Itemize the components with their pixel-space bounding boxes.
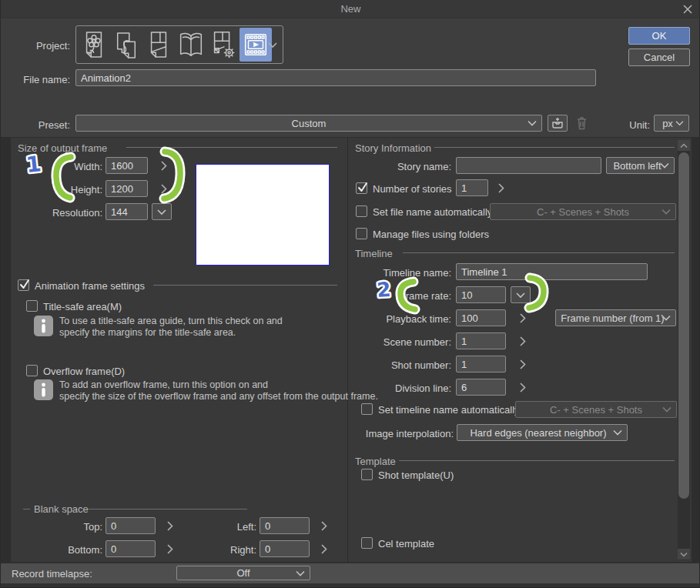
- height-stepper[interactable]: [155, 180, 172, 197]
- project-type-comic[interactable]: [110, 28, 142, 62]
- frame-rate-label: Frame rate:: [355, 290, 451, 302]
- set-timeline-name-automatically-checkbox[interactable]: [361, 403, 373, 415]
- chevron-down-icon: [296, 570, 305, 576]
- chevron-right-icon: [160, 161, 167, 171]
- blank-left-stepper[interactable]: [315, 517, 332, 534]
- shot-template-checkbox[interactable]: [361, 469, 373, 480]
- set-file-name-automatically-checkbox[interactable]: [356, 205, 367, 217]
- chevron-right-icon: [166, 544, 173, 554]
- title-bar: New: [1, 0, 700, 18]
- unit-select[interactable]: px: [654, 115, 689, 132]
- chevron-right-icon: [166, 521, 173, 531]
- illustration-icon: [82, 30, 106, 59]
- blank-top-input[interactable]: [106, 517, 156, 534]
- chevron-down-icon: [662, 406, 672, 413]
- shot-template-label: Shot template(U): [378, 469, 454, 481]
- timeline-name-pattern-select[interactable]: C- + Scenes + Shots: [515, 401, 677, 418]
- height-input[interactable]: [106, 180, 148, 197]
- project-type-illustration[interactable]: [78, 28, 110, 62]
- blank-right-input[interactable]: [260, 540, 310, 557]
- scene-number-stepper[interactable]: [514, 332, 531, 349]
- record-timelapse-label: Record timelapse:: [12, 568, 92, 580]
- scene-number-label: Scene number:: [355, 336, 451, 348]
- chevron-down-icon: [660, 162, 669, 169]
- story-information-title: Story Information: [355, 142, 431, 154]
- project-type-expand-chevron-icon[interactable]: [268, 42, 277, 48]
- close-icon[interactable]: [682, 4, 693, 15]
- preset-select[interactable]: Custom: [75, 115, 542, 132]
- number-of-stories-stepper[interactable]: [492, 179, 509, 196]
- right-panel: [348, 137, 692, 563]
- overflow-frame-checkbox[interactable]: [26, 365, 38, 376]
- story-name-position-select[interactable]: Bottom left: [606, 157, 675, 174]
- height-label: Height:: [47, 184, 102, 195]
- record-timelapse-select[interactable]: Off: [176, 566, 310, 580]
- project-type-animation[interactable]: [239, 28, 272, 62]
- blank-right-stepper[interactable]: [315, 540, 332, 557]
- save-preset-button[interactable]: [548, 115, 568, 132]
- story-name-input[interactable]: [456, 157, 601, 174]
- chevron-right-icon: [320, 544, 327, 554]
- chevron-right-icon: [497, 183, 504, 193]
- ok-button[interactable]: OK: [628, 27, 690, 45]
- division-line-stepper[interactable]: [514, 379, 531, 396]
- playback-time-input[interactable]: [456, 309, 506, 326]
- width-input[interactable]: [106, 157, 148, 174]
- project-type-page-with-settings[interactable]: [207, 28, 239, 62]
- delete-preset-button[interactable]: [572, 115, 591, 132]
- story-name-position-value: Bottom left: [613, 160, 661, 172]
- file-name-pattern-select[interactable]: C- + Scenes + Shots: [490, 203, 676, 220]
- division-line-input[interactable]: [456, 379, 506, 396]
- left-gutter: [1, 137, 11, 563]
- width-stepper[interactable]: [155, 157, 172, 174]
- scrollbar-down-button[interactable]: [678, 549, 690, 560]
- file-name-input[interactable]: [75, 69, 596, 86]
- canvas-preview: [196, 164, 330, 266]
- cel-template-checkbox[interactable]: [361, 537, 373, 549]
- cancel-button[interactable]: Cancel: [628, 48, 690, 66]
- frame-rate-dropdown-button[interactable]: [511, 286, 531, 303]
- unit-value: px: [662, 118, 673, 129]
- image-interpolation-select[interactable]: Hard edges (nearest neighbor): [457, 424, 628, 441]
- playback-time-stepper[interactable]: [514, 309, 531, 326]
- chevron-down-icon: [675, 120, 684, 126]
- animation-frame-settings-checkbox[interactable]: [18, 279, 29, 291]
- resolution-input[interactable]: [106, 203, 148, 220]
- story-name-label: Story name:: [355, 161, 451, 172]
- panel-divider: [347, 137, 348, 563]
- blank-left-input[interactable]: [260, 517, 310, 534]
- chevron-right-icon: [519, 313, 526, 323]
- blank-bottom-input[interactable]: [106, 540, 156, 557]
- playback-time-label: Playback time:: [355, 313, 451, 325]
- manage-files-using-folders-checkbox[interactable]: [356, 228, 367, 239]
- number-of-stories-input[interactable]: [456, 179, 488, 196]
- project-type-comic-page[interactable]: [142, 28, 175, 62]
- timeline-name-label: Timeline name:: [355, 267, 451, 279]
- file-name-pattern-value: C- + Scenes + Shots: [537, 206, 629, 218]
- blank-top-stepper[interactable]: [161, 517, 178, 534]
- overflow-info-line1: To add an overflow frame, turn this opti…: [59, 379, 268, 390]
- playback-unit-select[interactable]: Frame number (from 1): [555, 309, 676, 326]
- trash-icon: [576, 116, 588, 130]
- blank-space-title: Blank space: [34, 503, 89, 515]
- playback-unit-value: Frame number (from 1): [561, 312, 664, 324]
- scrollbar-up-button[interactable]: [678, 140, 690, 151]
- frame-rate-input[interactable]: [456, 286, 506, 303]
- blank-bottom-stepper[interactable]: [161, 540, 178, 557]
- project-type-all-comic-settings[interactable]: [175, 28, 207, 62]
- chevron-up-icon: [680, 143, 688, 149]
- scrollbar-thumb[interactable]: [678, 152, 689, 499]
- chevron-right-icon: [320, 521, 327, 531]
- number-of-stories-checkbox[interactable]: [356, 182, 367, 194]
- shot-number-stepper[interactable]: [514, 356, 531, 373]
- chevron-down-icon: [661, 209, 671, 215]
- record-timelapse-value: Off: [236, 567, 250, 579]
- shot-number-input[interactable]: [456, 356, 506, 373]
- chevron-right-icon: [519, 359, 526, 369]
- timeline-name-input[interactable]: [456, 263, 648, 280]
- title-safe-area-label: Title-safe area(M): [43, 301, 122, 312]
- scene-number-input[interactable]: [456, 332, 506, 349]
- resolution-dropdown-button[interactable]: [152, 203, 172, 220]
- title-safe-area-checkbox[interactable]: [26, 300, 38, 312]
- set-timeline-name-automatically-label: Set timeline name automatically: [378, 404, 520, 416]
